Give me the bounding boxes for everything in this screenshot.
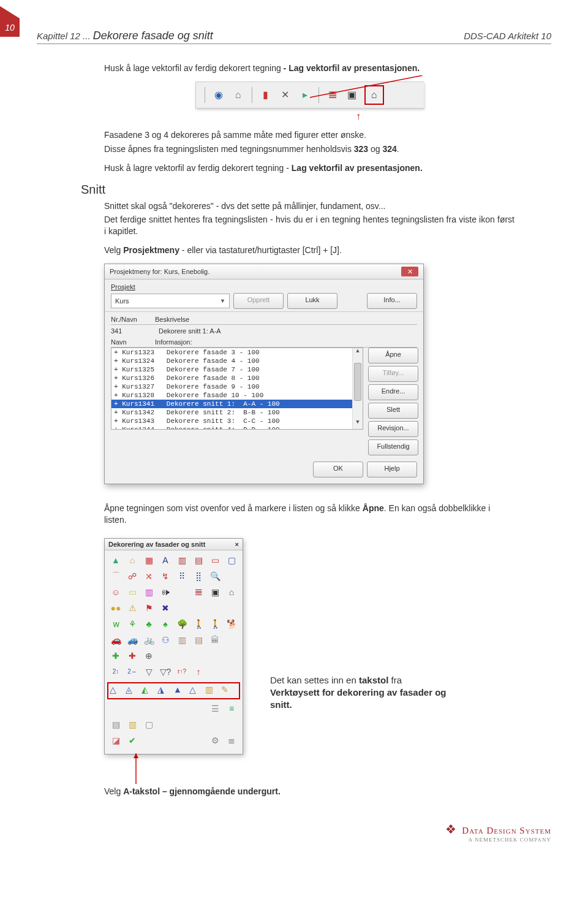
arrow-icon[interactable]: ↑ bbox=[191, 664, 206, 679]
truss-d-icon[interactable]: ◮ bbox=[157, 685, 171, 697]
settings-icon[interactable]: ≣ bbox=[224, 733, 239, 748]
scrollbar-thumb[interactable] bbox=[354, 363, 361, 401]
pencil-icon[interactable]: ✎ bbox=[221, 685, 235, 697]
truss-g-icon[interactable]: ▥ bbox=[205, 685, 219, 697]
blank bbox=[224, 648, 239, 663]
list-item[interactable]: + Kurs1342 Dekorere snitt 2: B-B - 100 bbox=[111, 408, 363, 417]
feet-icon[interactable]: ●● bbox=[108, 601, 123, 615]
list-item[interactable]: + Kurs1326 Dekorere fasade 8 - 100 bbox=[111, 374, 363, 382]
card-icon[interactable]: ▭ bbox=[125, 585, 140, 599]
city-icon[interactable]: 🏛 bbox=[208, 633, 222, 647]
arrows-icon[interactable]: ⤨ bbox=[141, 569, 156, 584]
window-icon[interactable]: ▥ bbox=[175, 553, 189, 568]
triangle-icon[interactable]: ⚠ bbox=[125, 601, 140, 615]
stack-icon[interactable]: ☰ bbox=[208, 701, 222, 716]
bush-icon[interactable]: ⚘ bbox=[125, 617, 140, 631]
grass-icon[interactable]: ᴡ bbox=[108, 617, 123, 631]
list-item[interactable]: + Kurs1328 Dekorere fasade 10 - 100 bbox=[111, 391, 363, 400]
list-item[interactable]: + Kurs1343 Dekorere snitt 3: C-C - 100 bbox=[111, 417, 363, 425]
dim21-icon[interactable]: 2↕ bbox=[108, 664, 123, 679]
dashes-icon[interactable]: ⠿ bbox=[175, 569, 189, 584]
project-dropdown[interactable]: Kurs ▼ bbox=[111, 294, 230, 308]
level2-icon[interactable]: ▽? bbox=[158, 664, 173, 679]
hjelp-button[interactable]: Hjelp bbox=[367, 462, 417, 477]
close-icon[interactable]: × bbox=[235, 541, 239, 548]
poly-icon[interactable]: ☍ bbox=[125, 569, 140, 584]
man-icon[interactable]: 🚶 bbox=[191, 617, 206, 631]
opprett-button[interactable]: Opprett bbox=[233, 293, 284, 309]
separator bbox=[205, 87, 205, 103]
slett-button[interactable]: Slett bbox=[368, 403, 418, 419]
truss-b-icon[interactable]: ◬ bbox=[126, 685, 139, 697]
tree-icon[interactable]: ♣ bbox=[141, 617, 156, 631]
building-icon[interactable]: ▥ bbox=[175, 633, 189, 647]
path-icon[interactable]: ↯ bbox=[158, 569, 173, 584]
truss-e-icon[interactable]: ▲ bbox=[173, 685, 187, 697]
home-icon[interactable]: ⌂ bbox=[224, 585, 239, 599]
monitor-icon[interactable]: ▢ bbox=[224, 553, 239, 568]
rt-icon[interactable]: r↑? bbox=[175, 664, 189, 679]
close-button[interactable]: ✕ bbox=[401, 267, 418, 276]
grid-icon[interactable]: ▦ bbox=[141, 553, 156, 568]
truss-c-icon[interactable]: ◭ bbox=[141, 685, 155, 697]
blank bbox=[191, 648, 206, 663]
check-icon[interactable]: ✔ bbox=[125, 733, 140, 748]
eraser-icon[interactable]: ◪ bbox=[108, 733, 123, 748]
truss-f-icon[interactable]: △ bbox=[189, 685, 203, 697]
endre-button[interactable]: Endre... bbox=[368, 384, 418, 400]
woman-icon[interactable]: 🚶 bbox=[208, 617, 222, 631]
pine-icon[interactable]: ♠ bbox=[158, 617, 173, 631]
drawing-list[interactable]: + Kurs1323 Dekorere fasade 3 - 100 + Kur… bbox=[111, 348, 363, 430]
clipboard-icon[interactable]: ▤ bbox=[108, 717, 123, 732]
plus-green-icon[interactable]: ✚ bbox=[108, 648, 123, 663]
plus-red-icon[interactable]: ✚ bbox=[125, 648, 140, 663]
chart-icon[interactable]: ▥ bbox=[141, 585, 156, 599]
list-item-selected[interactable]: + Kurs1341 Dekorere snitt 1: A-A - 100 bbox=[111, 400, 363, 408]
scroll-up-icon[interactable]: ▲ bbox=[353, 348, 363, 358]
terrain-icon[interactable]: ▲ bbox=[108, 553, 123, 568]
revisjon-button[interactable]: Revisjon... bbox=[368, 421, 418, 437]
window2-icon[interactable]: ▤ bbox=[191, 553, 206, 568]
ok-button[interactable]: OK bbox=[313, 462, 363, 477]
fullstendig-button[interactable]: Fullstendig bbox=[368, 439, 418, 455]
apne-button[interactable]: Åpne bbox=[368, 348, 418, 363]
fence-icon[interactable]: 𝌆 bbox=[191, 585, 206, 599]
stroller-icon[interactable]: ⚇ bbox=[158, 633, 173, 647]
level-icon[interactable]: ▽ bbox=[141, 664, 156, 679]
car2-icon[interactable]: 🚙 bbox=[125, 633, 140, 647]
text-icon[interactable]: A bbox=[158, 553, 173, 568]
plus-icon[interactable]: ⊕ bbox=[141, 648, 156, 663]
arc-icon[interactable]: ⌒ bbox=[108, 569, 123, 584]
truss-a-icon[interactable]: △ bbox=[110, 685, 123, 697]
lukk-button[interactable]: Lukk bbox=[287, 293, 337, 309]
list-item[interactable]: + Kurs1344 Dekorere snitt 4: D-D - 100 bbox=[111, 425, 363, 430]
search-icon[interactable]: 🔍 bbox=[208, 569, 222, 584]
house-icon[interactable]: ⌂ bbox=[125, 553, 140, 568]
tilfoy-button[interactable]: Tilføy... bbox=[368, 366, 418, 382]
page-icon[interactable]: ▢ bbox=[141, 717, 156, 732]
car-icon[interactable]: 🚗 bbox=[108, 633, 123, 647]
bike-icon[interactable]: 🚲 bbox=[141, 633, 156, 647]
scrollbar[interactable]: ▲ ▼ bbox=[352, 348, 363, 429]
dog-icon[interactable]: 🐕 bbox=[224, 617, 239, 631]
info-button[interactable]: Info... bbox=[367, 293, 417, 309]
dots-icon[interactable]: ⣿ bbox=[191, 569, 206, 584]
list-item[interactable]: + Kurs1325 Dekorere fasade 7 - 100 bbox=[111, 365, 363, 374]
lines-icon[interactable]: ≡ bbox=[224, 701, 239, 716]
tree2-icon[interactable]: 🌳 bbox=[175, 617, 189, 631]
doc-icon[interactable]: ▥ bbox=[125, 717, 140, 732]
cross-icon[interactable]: ✖ bbox=[158, 601, 173, 615]
gear2-icon[interactable]: ⚙ bbox=[208, 733, 222, 748]
paragraph: Husk å lagre vektorfil av ferdig dekorer… bbox=[104, 162, 514, 174]
person-icon[interactable]: ☺ bbox=[108, 585, 123, 599]
speaker-icon[interactable]: 🕪 bbox=[158, 585, 173, 599]
scroll-down-icon[interactable]: ▼ bbox=[353, 419, 363, 429]
target-icon[interactable]: ▣ bbox=[208, 585, 222, 599]
list-item[interactable]: + Kurs1323 Dekorere fasade 3 - 100 bbox=[111, 348, 363, 357]
wall-icon[interactable]: ▤ bbox=[191, 633, 206, 647]
flag2-icon[interactable]: ⚑ bbox=[141, 601, 156, 615]
flag-icon[interactable]: ▭ bbox=[208, 553, 222, 568]
list-item[interactable]: + Kurs1324 Dekorere fasade 4 - 100 bbox=[111, 357, 363, 365]
dim24-icon[interactable]: 2↔ bbox=[125, 664, 140, 679]
list-item[interactable]: + Kurs1327 Dekorere fasade 9 - 100 bbox=[111, 382, 363, 391]
